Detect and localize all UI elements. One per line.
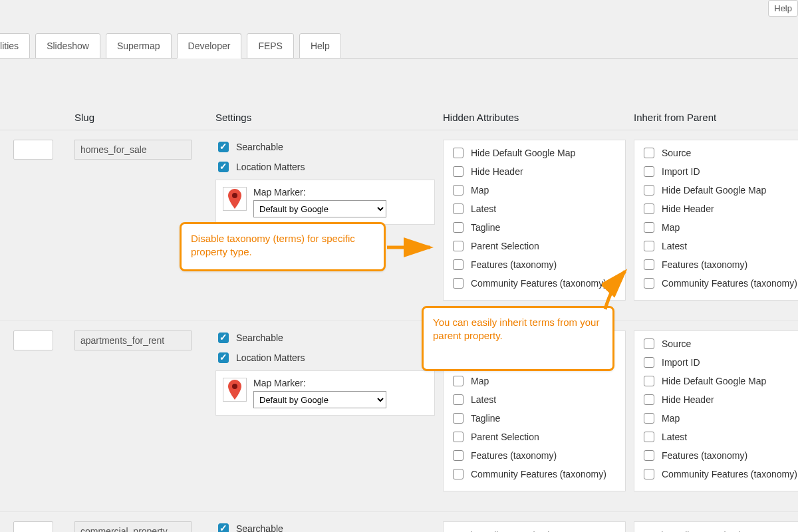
tab-developer[interactable]: Developer [177, 33, 242, 59]
hidden-attr-checkbox[interactable] [453, 450, 464, 461]
hidden-attr-label: Hide Default Google Map [471, 148, 575, 158]
inherit-attr-label: Map [662, 413, 680, 424]
inherit-attr-checkbox[interactable] [644, 376, 654, 386]
tab-utilities[interactable]: ilities [0, 33, 30, 59]
inherit-attr-label: Import ID [662, 357, 700, 368]
inherit-attr-label: Source [662, 338, 691, 349]
inherit-attr-label: Latest [662, 241, 687, 251]
toggle-hidden-link[interactable]: Toggle Attributes Selection [450, 527, 618, 532]
top-help-button[interactable]: Help [768, 0, 798, 17]
hidden-attr-checkbox[interactable] [453, 413, 464, 424]
inherit-attr-label: Latest [662, 432, 687, 442]
inherit-attr-checkbox[interactable] [644, 413, 654, 424]
map-marker-icon [223, 187, 247, 211]
hidden-attr-checkbox[interactable] [453, 432, 464, 442]
inherit-attr-checkbox[interactable] [644, 469, 654, 479]
inherit-attr-checkbox[interactable] [644, 222, 654, 233]
arrow-icon [387, 237, 440, 257]
hidden-attr-checkbox[interactable] [453, 203, 464, 214]
inherit-attr-checkbox[interactable] [644, 394, 654, 405]
tab-slideshow[interactable]: Slideshow [35, 33, 100, 59]
searchable-label: Searchable [236, 523, 283, 532]
hidden-attr-checkbox[interactable] [453, 376, 464, 386]
hidden-attr-label: Features (taxonomy) [471, 450, 557, 461]
searchable-checkbox[interactable] [218, 523, 229, 532]
hidden-attr-label: Tagline [471, 413, 500, 424]
inherit-attr-checkbox[interactable] [644, 450, 654, 461]
searchable-label: Searchable [236, 332, 283, 343]
hidden-attr-checkbox[interactable] [453, 148, 464, 158]
inherit-attr-label: Hide Default Google Map [662, 376, 766, 386]
svg-point-1 [232, 384, 237, 389]
tabs-bar: ilities Slideshow Supermap Developer FEP… [0, 0, 785, 59]
map-marker-select[interactable]: Default by Google [253, 200, 386, 217]
property-type-row: apartments_for_rentSearchableLocation Ma… [0, 321, 798, 512]
map-marker-icon [223, 378, 247, 402]
hidden-attr-checkbox[interactable] [453, 222, 464, 233]
hidden-attr-checkbox[interactable] [453, 469, 464, 479]
column-headers: Slug Settings Hidden Attributes Inherit … [0, 59, 798, 130]
property-type-row: commercial_propertySearchableLocation Ma… [0, 512, 798, 532]
inherit-attr-checkbox[interactable] [644, 432, 654, 442]
toggle-inherit-link[interactable]: Toggle Attributes Selection [641, 527, 798, 532]
slug-field[interactable]: commercial_property [74, 521, 192, 532]
location-matters-checkbox[interactable] [218, 162, 229, 172]
col-hidden: Hidden Attributes [443, 112, 626, 123]
hidden-attr-label: Features (taxonomy) [471, 259, 557, 270]
inherit-attr-checkbox[interactable] [644, 148, 654, 158]
arrow-icon [602, 266, 635, 313]
hidden-attr-checkbox[interactable] [453, 259, 464, 270]
inherit-box: SourceImport IDHide Default Google MapHi… [634, 331, 798, 491]
inherit-attr-label: Source [662, 148, 691, 158]
hidden-attr-label: Map [471, 185, 489, 196]
location-matters-label: Location Matters [236, 352, 305, 363]
hidden-attr-label: Tagline [471, 222, 500, 233]
hidden-attributes-box: Hide Default Google MapHide HeaderMapLat… [443, 140, 626, 301]
tab-feps[interactable]: FEPS [247, 33, 294, 59]
tab-supermap[interactable]: Supermap [106, 33, 172, 59]
slug-field[interactable]: apartments_for_rent [74, 331, 192, 350]
inherit-attr-checkbox[interactable] [644, 241, 654, 251]
hidden-attr-label: Parent Selection [471, 432, 539, 442]
inherit-attr-checkbox[interactable] [644, 203, 654, 214]
hidden-attr-checkbox[interactable] [453, 394, 464, 405]
tab-help[interactable]: Help [299, 33, 341, 59]
hidden-attr-label: Hide Header [471, 166, 523, 177]
inherit-box: Toggle Attributes Selection [634, 521, 798, 532]
hidden-attr-label: Parent Selection [471, 241, 539, 251]
inherit-attr-label: Hide Header [662, 394, 714, 405]
searchable-label: Searchable [236, 142, 283, 152]
inherit-attr-checkbox[interactable] [644, 259, 654, 270]
searchable-checkbox[interactable] [218, 332, 229, 343]
inherit-attr-label: Community Features (taxonomy) [662, 469, 797, 479]
inherit-attr-label: Hide Header [662, 203, 714, 214]
name-input[interactable] [13, 140, 53, 160]
searchable-checkbox[interactable] [218, 142, 229, 152]
inherit-attr-checkbox[interactable] [644, 185, 654, 196]
inherit-attr-checkbox[interactable] [644, 357, 654, 368]
inherit-attr-label: Features (taxonomy) [662, 259, 747, 270]
hidden-attr-checkbox[interactable] [453, 241, 464, 251]
inherit-attr-checkbox[interactable] [644, 166, 654, 177]
hidden-attr-label: Community Features (taxonomy) [471, 278, 606, 289]
col-inherit: Inherit from Parent [634, 112, 798, 123]
hidden-attr-checkbox[interactable] [453, 166, 464, 177]
hidden-attr-checkbox[interactable] [453, 185, 464, 196]
location-matters-checkbox[interactable] [218, 352, 229, 363]
location-matters-label: Location Matters [236, 162, 305, 172]
svg-point-0 [232, 193, 237, 198]
inherit-attr-label: Map [662, 222, 680, 233]
name-input[interactable] [13, 521, 53, 532]
inherit-attr-checkbox[interactable] [644, 278, 654, 289]
callout-taxonomy: Disable taxonomy (terms) for specific pr… [180, 222, 386, 271]
hidden-attr-checkbox[interactable] [453, 278, 464, 289]
inherit-attr-label: Features (taxonomy) [662, 450, 747, 461]
name-input[interactable] [13, 331, 53, 350]
inherit-attr-label: Hide Default Google Map [662, 185, 766, 196]
map-marker-label: Map Marker: [253, 187, 386, 198]
slug-field[interactable]: homes_for_sale [74, 140, 192, 160]
map-marker-select[interactable]: Default by Google [253, 391, 386, 408]
property-type-row: homes_for_saleSearchableLocation Matters… [0, 130, 798, 321]
inherit-attr-checkbox[interactable] [644, 338, 654, 349]
inherit-attr-label: Community Features (taxonomy) [662, 278, 797, 289]
